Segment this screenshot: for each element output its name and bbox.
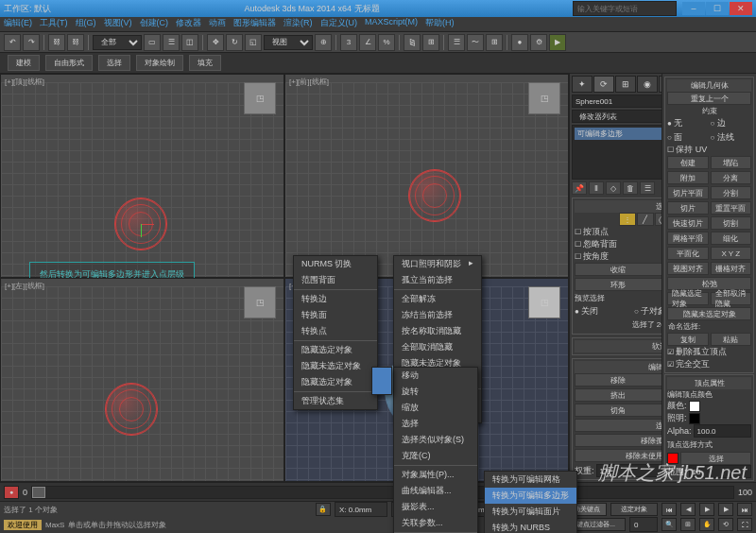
move-button[interactable]: ✥ bbox=[207, 34, 224, 51]
menu-item[interactable]: 转换为 NURBS bbox=[485, 520, 576, 533]
tessellate-button[interactable]: 细化 bbox=[711, 232, 752, 245]
ignore-backfacing-checkbox[interactable]: 忽略背面 bbox=[575, 238, 617, 250]
attach-button[interactable]: 附加 bbox=[667, 171, 709, 184]
x-input[interactable] bbox=[335, 502, 387, 517]
lock-button[interactable]: 🔒 bbox=[316, 503, 331, 516]
chamfer-button[interactable]: 切角 bbox=[575, 404, 662, 417]
hierarchy-tab[interactable]: ⊞ bbox=[615, 76, 636, 93]
tab-modeling[interactable]: 建模 bbox=[8, 55, 40, 71]
sel-lock-button[interactable]: 选定对象 bbox=[610, 503, 658, 516]
menu-item[interactable]: 旋转 bbox=[394, 384, 477, 400]
play-button[interactable]: ▶ bbox=[699, 503, 714, 516]
villum-swatch[interactable] bbox=[689, 413, 700, 424]
goto-end-button[interactable]: ⏭ bbox=[737, 503, 752, 516]
paste-button[interactable]: 粘贴 bbox=[711, 333, 752, 346]
constraint-edge-radio[interactable]: 边 bbox=[711, 117, 752, 129]
menu-item[interactable]: 隐藏未选定对象 bbox=[294, 358, 377, 374]
remove-button[interactable]: 移除 bbox=[575, 373, 662, 387]
menu-item[interactable]: 转换面 bbox=[294, 307, 377, 323]
select-region-button[interactable]: ◫ bbox=[181, 34, 198, 51]
menu-item[interactable]: 曲线编辑器... bbox=[394, 483, 477, 499]
menu-item[interactable]: NURMS 切换 bbox=[294, 256, 377, 272]
close-button[interactable]: ✕ bbox=[730, 2, 752, 15]
menu-item[interactable]: 移动 bbox=[394, 368, 477, 384]
hide-unsel-button[interactable]: 隐藏未选定对象 bbox=[667, 307, 751, 320]
menu-item[interactable]: 克隆(C) bbox=[394, 448, 477, 464]
grid-align-button[interactable]: 栅格对齐 bbox=[711, 262, 752, 275]
snap-button[interactable]: 3 bbox=[340, 34, 357, 51]
planarize-button[interactable]: 平面化 bbox=[667, 247, 709, 260]
reset-plane-button[interactable]: 重置平面 bbox=[711, 201, 752, 215]
menu-item[interactable]: 转换点 bbox=[294, 323, 377, 339]
menu-item[interactable]: 全部取消隐藏 bbox=[394, 339, 481, 355]
percent-snap-button[interactable]: % bbox=[378, 34, 395, 51]
pin-stack-button[interactable]: 📌 bbox=[572, 181, 587, 195]
menu-graph[interactable]: 图形编辑器 bbox=[233, 17, 276, 31]
view-align-button[interactable]: 视图对齐 bbox=[667, 262, 709, 275]
constraint-none-radio[interactable]: 无 bbox=[667, 117, 709, 129]
menu-item[interactable]: 缩放 bbox=[394, 400, 477, 416]
scale-button[interactable]: ◱ bbox=[245, 34, 262, 51]
viewport-top-label[interactable]: [+][顶][线框] bbox=[5, 77, 44, 87]
motion-tab[interactable]: ◉ bbox=[637, 76, 658, 93]
help-search-input[interactable] bbox=[573, 1, 677, 16]
slice-plane-button[interactable]: 切片平面 bbox=[667, 186, 709, 199]
hide-sel-button[interactable]: 隐藏选定对象 bbox=[667, 292, 709, 305]
tab-paint[interactable]: 对象绘制 bbox=[136, 55, 183, 71]
zoom-button[interactable]: 🔍 bbox=[662, 518, 677, 531]
menu-item[interactable]: 转换为可编辑面片 bbox=[485, 504, 576, 520]
configure-button[interactable]: ☰ bbox=[640, 181, 655, 195]
select-name-button[interactable]: ☰ bbox=[163, 34, 180, 51]
menu-item[interactable]: 全部解冻 bbox=[394, 291, 481, 307]
tab-populate[interactable]: 填充 bbox=[189, 55, 221, 71]
menu-item[interactable]: 孤立当前选择 bbox=[394, 272, 481, 288]
unique-button[interactable]: ◇ bbox=[606, 181, 621, 195]
viewport-front-label[interactable]: [+][前][线框] bbox=[289, 77, 329, 87]
collapse-button[interactable]: 塌陷 bbox=[711, 156, 752, 169]
timeline-marker[interactable] bbox=[32, 487, 45, 498]
menu-create[interactable]: 创建(C) bbox=[140, 17, 169, 31]
delete-iso-checkbox[interactable]: 删除孤立顶点 bbox=[667, 346, 727, 358]
by-angle-checkbox[interactable]: 按角度 bbox=[575, 250, 609, 263]
menu-item[interactable]: 范围背面 bbox=[294, 272, 377, 288]
create-button[interactable]: 创建 bbox=[667, 156, 709, 169]
menu-animation[interactable]: 动画 bbox=[209, 17, 226, 31]
viewport-left-label[interactable]: [+][左][线框] bbox=[5, 281, 44, 291]
angle-snap-button[interactable]: ∠ bbox=[359, 34, 376, 51]
next-frame-button[interactable]: ▶ bbox=[718, 503, 733, 516]
orbit-button[interactable]: ⟲ bbox=[718, 518, 733, 531]
detach-button[interactable]: 分离 bbox=[711, 171, 752, 184]
menu-item[interactable]: 摄影表... bbox=[394, 499, 477, 515]
menu-edit[interactable]: 编辑(E) bbox=[4, 17, 32, 31]
menu-modifiers[interactable]: 修改器 bbox=[176, 17, 201, 31]
menu-customize[interactable]: 自定义(U) bbox=[320, 17, 358, 31]
by-vertex-checkbox[interactable]: 按顶点 bbox=[575, 226, 609, 238]
menu-item[interactable]: 视口照明和阴影▸ bbox=[394, 256, 481, 272]
constraint-normal-radio[interactable]: 法线 bbox=[711, 131, 752, 144]
tab-freeform[interactable]: 自由形式 bbox=[45, 55, 93, 71]
menu-tools[interactable]: 工具(T) bbox=[40, 17, 68, 31]
pan-button[interactable]: ✋ bbox=[699, 518, 714, 531]
pivot-button[interactable]: ⊕ bbox=[315, 34, 332, 51]
preview-off-radio[interactable]: 关闭 bbox=[575, 305, 632, 318]
viewport-left[interactable]: [+][左][线框] ◳ bbox=[0, 278, 284, 482]
zoom-all-button[interactable]: ⊞ bbox=[680, 518, 696, 531]
viewcube-icon[interactable]: ◳ bbox=[528, 82, 560, 114]
rotate-button[interactable]: ↻ bbox=[226, 34, 243, 51]
repeat-last-button[interactable]: 重复上一个 bbox=[667, 92, 751, 105]
viewport-top[interactable]: [+][顶][线框] ◳ 然后转换为可编辑多边形并进入点层级 bbox=[0, 74, 284, 278]
menu-render[interactable]: 渲染(R) bbox=[284, 17, 313, 31]
timeline-rec-icon[interactable]: ● bbox=[4, 486, 19, 499]
alpha-input[interactable] bbox=[694, 424, 751, 438]
split-button[interactable]: 分割 bbox=[711, 186, 752, 199]
align-button[interactable]: ⊞ bbox=[422, 34, 439, 51]
quad-menu-sw[interactable] bbox=[371, 367, 392, 395]
maximize-button[interactable]: ☐ bbox=[706, 2, 729, 15]
menu-maxscript[interactable]: MAXScript(M) bbox=[365, 17, 418, 31]
cut-button[interactable]: 切割 bbox=[711, 216, 752, 230]
constraint-face-radio[interactable]: 面 bbox=[667, 131, 709, 144]
shrink-button[interactable]: 收缩 bbox=[575, 263, 662, 276]
rollout-edit-geometry[interactable]: 编辑几何体 bbox=[667, 79, 751, 92]
viewcube-icon[interactable]: ◳ bbox=[244, 286, 276, 318]
schematic-button[interactable]: ⊞ bbox=[486, 34, 503, 51]
